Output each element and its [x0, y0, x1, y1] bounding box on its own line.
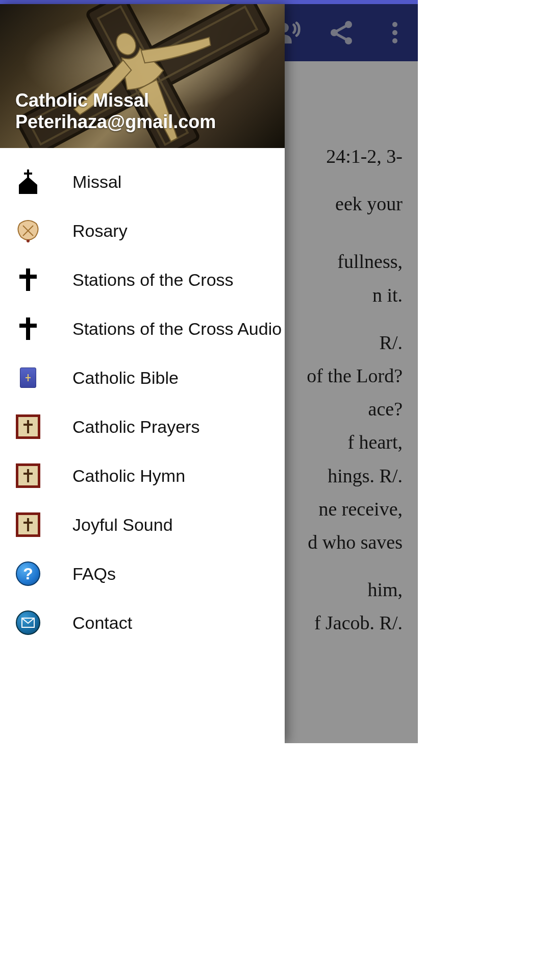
drawer-item-label: Catholic Bible	[72, 368, 179, 388]
drawer-item-joyful-sound[interactable]: Joyful Sound	[0, 500, 285, 549]
screen: 24:1-2, 3- eek your fullness, n it. R/. …	[0, 0, 418, 743]
svg-point-12	[27, 239, 30, 242]
drawer-item-label: Joyful Sound	[72, 515, 173, 535]
drawer-list: Missal Rosary Stations of the Cross	[0, 148, 285, 743]
drawer-item-label: Stations of the Cross Audio	[72, 319, 282, 339]
drawer-item-label: Contact	[72, 613, 132, 633]
drawer-item-stations[interactable]: Stations of the Cross	[0, 255, 285, 304]
rosary-icon	[15, 218, 41, 243]
drawer-header: Catholic Missal Peterihaza@gmail.com	[0, 4, 285, 148]
drawer-item-label: Missal	[72, 172, 121, 192]
mail-circle-icon	[15, 610, 41, 635]
drawer-item-rosary[interactable]: Rosary	[0, 206, 285, 255]
framed-cross-icon	[15, 463, 41, 488]
drawer-item-label: Catholic Hymn	[72, 466, 185, 486]
drawer-item-label: Rosary	[72, 221, 128, 241]
drawer-item-prayers[interactable]: Catholic Prayers	[0, 402, 285, 451]
drawer-item-faqs[interactable]: ? FAQs	[0, 549, 285, 598]
cross-icon	[15, 267, 41, 292]
navigation-drawer: Catholic Missal Peterihaza@gmail.com Mis…	[0, 4, 285, 743]
question-circle-icon: ?	[15, 561, 41, 586]
app-title: Catholic Missal	[15, 90, 216, 111]
framed-cross-icon	[15, 512, 41, 537]
bible-icon	[15, 365, 41, 390]
drawer-item-label: Catholic Prayers	[72, 417, 199, 437]
drawer-item-label: Stations of the Cross	[72, 270, 234, 290]
drawer-item-contact[interactable]: Contact	[0, 598, 285, 647]
status-bar	[0, 0, 418, 4]
drawer-item-hymn[interactable]: Catholic Hymn	[0, 451, 285, 500]
drawer-item-missal[interactable]: Missal	[0, 157, 285, 206]
user-email: Peterihaza@gmail.com	[15, 111, 216, 133]
drawer-item-bible[interactable]: Catholic Bible	[0, 353, 285, 402]
drawer-item-label: FAQs	[72, 564, 116, 584]
framed-cross-icon	[15, 414, 41, 439]
cross-icon	[15, 316, 41, 341]
church-icon	[15, 169, 41, 194]
drawer-item-stations-audio[interactable]: Stations of the Cross Audio	[0, 304, 285, 353]
